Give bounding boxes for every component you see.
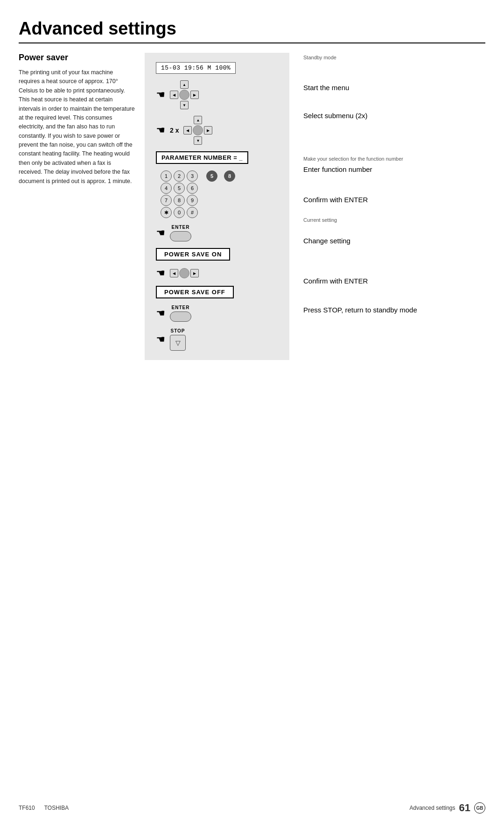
right-column: Standby mode Start the menu Select subme…: [289, 53, 485, 360]
diagram-enter-1: ☛ ENTER: [156, 225, 278, 241]
footer: TF610 TOSHIBA Advanced settings 61 GB: [19, 802, 485, 814]
numpad-area: 1 2 3 5 8 4 5 6 7 8: [161, 170, 235, 218]
change-setting-label: Change setting: [303, 237, 485, 245]
right-col-inner: Standby mode Start the menu Select subme…: [303, 53, 485, 325]
description-text: The printing unit of your fax machine re…: [19, 68, 135, 186]
right-power-off-spacer: [303, 254, 485, 267]
footer-badge: GB: [474, 802, 485, 814]
enter-label-1: ENTER: [172, 225, 190, 230]
page-title: Advanced settings: [19, 19, 485, 43]
standby-mode-label: Standby mode: [303, 55, 485, 60]
diagram-power-off: POWER SAVE OFF: [156, 286, 278, 298]
nav-down-arrow: ▼: [180, 101, 189, 109]
nav-right-arrow-3: ▶: [190, 269, 199, 277]
footer-model: TF610: [19, 805, 35, 811]
press-stop-label: Press STOP, return to standby mode: [303, 306, 485, 314]
nav-pad-2: ▲ ◀ ▶ ▼: [183, 116, 212, 145]
right-param-spacer: [303, 129, 485, 143]
right-select-submenu: Select submenu (2x): [303, 101, 485, 129]
nav-right-arrow: ▶: [190, 91, 199, 99]
confirm-enter-2-label: Confirm with ENTER: [303, 277, 485, 285]
key-0: 0: [174, 207, 185, 218]
nav-left-arrow-2: ◀: [183, 126, 192, 134]
enter-label-2: ENTER: [172, 305, 190, 310]
lcd-standby-display: 15-03 19:56 M 100%: [156, 62, 236, 74]
diagram-start-menu: ☛ ▲ ◀ ▶ ▼: [156, 80, 278, 109]
start-menu-label: Start the menu: [303, 84, 485, 92]
key-3: 3: [187, 170, 198, 182]
enter-btn-area-1: ENTER: [170, 225, 191, 241]
right-press-stop: Press STOP, return to standby mode: [303, 295, 485, 325]
footer-left: TF610 TOSHIBA: [19, 805, 69, 811]
key-5-highlight: 5: [206, 170, 217, 182]
hand-icon-3: ☛: [156, 227, 165, 239]
hand-icon-4: ☛: [156, 267, 165, 279]
diagram-stop: ☛ STOP ▽: [156, 328, 278, 351]
diagram-power-on: POWER SAVE ON: [156, 248, 278, 261]
numpad-row-4: ✱ 0 #: [161, 207, 235, 218]
right-enter-function: Make your selection for the function num…: [303, 143, 485, 185]
hand-icon-1: ☛: [156, 89, 165, 101]
nav-left-arrow-3: ◀: [170, 269, 178, 277]
right-start-menu: Start the menu: [303, 73, 485, 101]
key-6: 6: [187, 183, 198, 194]
numpad-row-3: 7 8 9: [161, 195, 235, 206]
right-current-setting: Current setting: [303, 213, 485, 227]
footer-page-number: 61: [459, 802, 470, 814]
nav-left-arrow: ◀: [170, 91, 178, 99]
enter-btn-2[interactable]: [170, 311, 191, 322]
two-x-label: 2 x: [170, 127, 179, 134]
confirm-enter-1-label: Confirm with ENTER: [303, 196, 485, 204]
lcd-power-off-display: POWER SAVE OFF: [156, 286, 234, 298]
middle-column: 15-03 19:56 M 100% ☛ ▲ ◀ ▶ ▼: [145, 53, 289, 360]
section-title: Power saver: [19, 53, 135, 63]
footer-section: Advanced settings: [409, 805, 455, 811]
diagram-enter-2: ☛ ENTER: [156, 305, 278, 322]
diagram-numpad: 1 2 3 5 8 4 5 6 7 8: [156, 170, 278, 218]
key-5: 5: [174, 183, 185, 194]
page-container: Advanced settings Power saver The printi…: [0, 0, 504, 828]
key-hash: #: [187, 207, 198, 218]
diagram-change-setting: ☛ ◀ ▶: [156, 267, 278, 279]
hand-icon-6: ☛: [156, 333, 165, 346]
current-setting-label: Current setting: [303, 217, 485, 223]
lcd-power-on-display: POWER SAVE ON: [156, 248, 230, 261]
nav-center-3: [179, 268, 189, 278]
numpad-row-1: 1 2 3 5 8: [161, 170, 235, 182]
main-content: Power saver The printing unit of your fa…: [19, 53, 485, 360]
key-9: 9: [187, 195, 198, 206]
diagram-lcd-standby: 15-03 19:56 M 100%: [156, 62, 278, 74]
enter-btn-area-2: ENTER: [170, 305, 191, 322]
key-8-highlight: 8: [224, 170, 235, 182]
nav-down-arrow-2: ▼: [194, 136, 202, 145]
nav-center-2: [193, 125, 203, 135]
key-1: 1: [161, 170, 172, 182]
nav-center-1: [179, 90, 189, 100]
key-2: 2: [174, 170, 185, 182]
left-column: Power saver The printing unit of your fa…: [19, 53, 145, 360]
nav-pad-1: ▲ ◀ ▶ ▼: [170, 80, 199, 109]
stop-btn[interactable]: ▽: [170, 335, 186, 351]
nav-up-arrow: ▲: [180, 80, 189, 89]
diagram-param-number: PARAMETER NUMBER = _: [156, 151, 278, 164]
select-submenu-label: Select submenu (2x): [303, 112, 485, 120]
footer-brand: TOSHIBA: [44, 805, 69, 811]
hand-icon-2: ☛: [156, 124, 165, 136]
stop-btn-area: STOP ▽: [170, 328, 186, 351]
key-star: ✱: [161, 207, 172, 218]
enter-function-label: Enter function number: [303, 165, 485, 173]
right-change-setting: Change setting: [303, 227, 485, 254]
right-confirm-enter-2: Confirm with ENTER: [303, 267, 485, 295]
key-7: 7: [161, 195, 172, 206]
nav-pad-3: ◀ ▶: [170, 268, 199, 278]
footer-right: Advanced settings 61 GB: [409, 802, 485, 814]
enter-btn-1[interactable]: [170, 231, 191, 241]
key-4: 4: [161, 183, 172, 194]
nav-up-arrow-2: ▲: [194, 116, 202, 124]
hand-icon-5: ☛: [156, 307, 165, 319]
make-selection-label: Make your selection for the function num…: [303, 156, 485, 162]
key-8: 8: [174, 195, 185, 206]
nav-right-arrow-2: ▶: [204, 126, 212, 134]
right-confirm-enter-1: Confirm with ENTER: [303, 185, 485, 213]
lcd-param-display: PARAMETER NUMBER = _: [156, 151, 248, 164]
